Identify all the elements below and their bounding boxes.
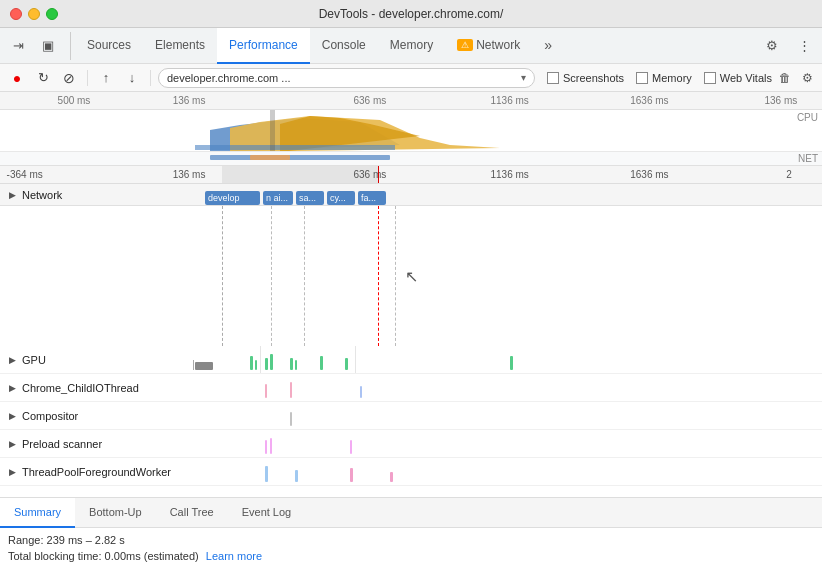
vline-dashed-4 [395, 206, 396, 346]
tab-elements[interactable]: Elements [143, 28, 217, 64]
download-button[interactable]: ↓ [121, 67, 143, 89]
net-pill-sa: sa... [296, 191, 324, 205]
screenshots-checkbox[interactable]: Screenshots [547, 72, 624, 84]
threadpool-bar-area [190, 458, 822, 485]
net-pill-cy: cy... [327, 191, 355, 205]
title-bar: DevTools - developer.chrome.com/ [0, 0, 822, 28]
window-title: DevTools - developer.chrome.com/ [319, 7, 504, 21]
record-button[interactable]: ● [6, 67, 28, 89]
filter-checkboxes: Screenshots Memory Web Vitals [547, 72, 772, 84]
preload-scanner-row[interactable]: ▶ Preload scanner [0, 430, 822, 458]
preload-svg [190, 430, 822, 457]
settings-icon[interactable]: ⚙ [758, 32, 786, 60]
memory-checkbox-box[interactable] [636, 72, 648, 84]
device-icon[interactable]: ▣ [34, 32, 62, 60]
preload-toggle[interactable]: ▶ [4, 436, 20, 452]
web-vitals-checkbox-box[interactable] [704, 72, 716, 84]
tab-performance[interactable]: Performance [217, 28, 310, 64]
tab-call-tree[interactable]: Call Tree [156, 498, 228, 528]
blocking-row: Total blocking time: 0.00ms (estimated) … [8, 550, 814, 562]
preload-label: Preload scanner [22, 438, 102, 450]
url-dropdown-icon[interactable]: ▾ [521, 72, 526, 83]
tab-bottom-up[interactable]: Bottom-Up [75, 498, 156, 528]
minimize-button[interactable] [28, 8, 40, 20]
screenshots-checkbox-box[interactable] [547, 72, 559, 84]
bottom-content: Range: 239 ms – 2.82 s Total blocking ti… [0, 528, 822, 572]
compositor-bar-area [190, 402, 822, 429]
net-mini-svg [0, 152, 822, 166]
svg-rect-21 [290, 382, 292, 398]
svg-rect-7 [195, 362, 213, 370]
compositor-thread-row[interactable]: ▶ Compositor [0, 402, 822, 430]
vline-dashed-2 [271, 206, 272, 346]
svg-rect-4 [270, 110, 275, 152]
tab-memory[interactable]: Memory [378, 28, 445, 64]
ruler-1636ms: 1636 ms [630, 95, 668, 106]
close-button[interactable] [10, 8, 22, 20]
network-section-label: Network [22, 189, 62, 201]
preload-bar-area [190, 430, 822, 457]
svg-rect-15 [345, 358, 348, 370]
net-pill-develop: develop [205, 191, 260, 205]
gpu-thread-row[interactable]: ▶ GPU [0, 346, 822, 374]
gpu-toggle[interactable]: ▶ [4, 352, 20, 368]
net-pill-fa: fa... [358, 191, 386, 205]
window-controls [10, 8, 58, 20]
network-section-row[interactable]: ▶ Network develop n ai... sa... cy... fa… [0, 184, 822, 206]
tab-network[interactable]: ⚠ Network [445, 28, 532, 64]
cpu-chart: CPU [0, 110, 822, 152]
tab-console[interactable]: Console [310, 28, 378, 64]
devtools-panel: ⇥ ▣ Sources Elements Performance Console… [0, 28, 822, 572]
gpu-label: GPU [22, 354, 46, 366]
svg-rect-16 [510, 356, 513, 370]
axis-636: 636 ms [353, 169, 386, 180]
axis-136: 136 ms [173, 169, 206, 180]
warning-badge: ⚠ [457, 39, 473, 51]
clear-recording-button[interactable]: 🗑 [776, 69, 794, 87]
capture-settings-button[interactable]: ⚙ [798, 69, 816, 87]
axis-1636: 1636 ms [630, 169, 668, 180]
svg-rect-17 [193, 360, 194, 370]
vline-dashed-3 [304, 206, 305, 346]
svg-rect-25 [270, 438, 272, 454]
svg-rect-10 [265, 358, 268, 370]
svg-rect-8 [250, 356, 253, 370]
threadpool-toggle[interactable]: ▶ [4, 464, 20, 480]
bottom-panel: Summary Bottom-Up Call Tree Event Log Ra… [0, 497, 822, 572]
svg-rect-3 [195, 145, 395, 150]
tab-summary[interactable]: Summary [0, 498, 75, 528]
svg-rect-12 [290, 358, 293, 370]
tab-more[interactable]: » [532, 28, 564, 64]
web-vitals-checkbox[interactable]: Web Vitals [704, 72, 772, 84]
reload-button[interactable]: ↻ [32, 67, 54, 89]
network-pills: develop n ai... sa... cy... fa... [190, 187, 810, 203]
child-io-thread-row[interactable]: ▶ Chrome_ChildIOThread [0, 374, 822, 402]
upload-button[interactable]: ↑ [95, 67, 117, 89]
cursor-icon[interactable]: ⇥ [4, 32, 32, 60]
tab-sources[interactable]: Sources [75, 28, 143, 64]
memory-checkbox[interactable]: Memory [636, 72, 692, 84]
svg-rect-14 [320, 356, 323, 370]
more-options-icon[interactable]: ⋮ [790, 32, 818, 60]
svg-rect-26 [350, 440, 352, 454]
maximize-button[interactable] [46, 8, 58, 20]
threadpool-row[interactable]: ▶ ThreadPoolForegroundWorker [0, 458, 822, 486]
svg-rect-27 [265, 466, 268, 482]
learn-more-link[interactable]: Learn more [206, 550, 262, 562]
compositor-toggle[interactable]: ▶ [4, 408, 20, 424]
tab-bar-nav-icons: ⇥ ▣ [4, 32, 71, 60]
tab-event-log[interactable]: Event Log [228, 498, 306, 528]
vline-dashed-1 [222, 206, 223, 346]
svg-rect-22 [360, 386, 362, 398]
separator2 [150, 70, 151, 86]
url-bar: developer.chrome.com ... ▾ [158, 68, 535, 88]
network-toggle[interactable]: ▶ [4, 187, 20, 203]
performance-toolbar: ● ↻ ⊘ ↑ ↓ developer.chrome.com ... ▾ Scr… [0, 64, 822, 92]
ruler-500ms: 500 ms [58, 95, 91, 106]
flame-area: ↖ [0, 206, 822, 346]
child-io-toggle[interactable]: ▶ [4, 380, 20, 396]
timeline-area: 500 ms 136 ms 636 ms 1136 ms 1636 ms 136… [0, 92, 822, 497]
svg-rect-11 [270, 354, 273, 370]
ruler-1136ms: 1136 ms [490, 95, 528, 106]
clear-button[interactable]: ⊘ [58, 67, 80, 89]
